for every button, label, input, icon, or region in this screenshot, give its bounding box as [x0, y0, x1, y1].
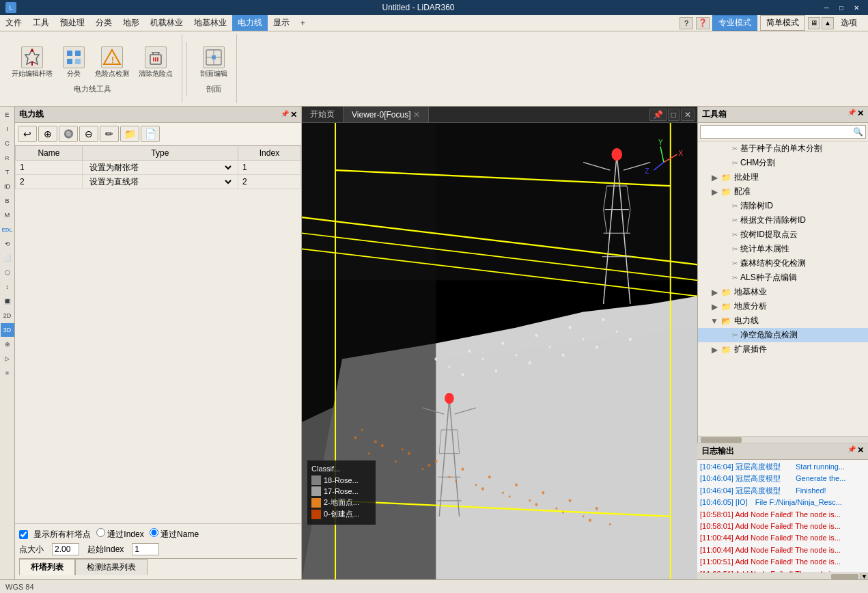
left-icon-play[interactable]: ▷: [1, 352, 14, 366]
expert-mode-button[interactable]: 专业模式: [712, 15, 757, 31]
tab-viewer-focus[interactable]: Viewer-0[Focus] ✕: [344, 107, 429, 122]
left-icon-edl[interactable]: EDL: [1, 223, 14, 236]
left-icon-plus-circle[interactable]: ⊕: [1, 337, 14, 351]
left-icon-3d[interactable]: 3D: [1, 323, 14, 337]
tab-tower-list[interactable]: 杆塔列表: [19, 559, 75, 575]
close-button[interactable]: ✕: [850, 3, 863, 12]
left-icon-t[interactable]: T: [1, 165, 14, 179]
filter-by-index-radio[interactable]: [96, 528, 105, 537]
tree-item-tls[interactable]: ▶ 📁 地基林业: [698, 285, 868, 299]
tree-item-single-tree-seg[interactable]: ✂ 基于种子点的单木分割: [698, 141, 868, 156]
filter-by-name-radio[interactable]: [150, 528, 158, 537]
left-icon-e[interactable]: E: [1, 108, 14, 122]
toolbox-search-input[interactable]: [700, 125, 866, 139]
tree-item-als-edit[interactable]: ✂ ALS种子点编辑: [698, 271, 868, 285]
left-icon-b[interactable]: B: [1, 194, 14, 208]
left-icon-hex[interactable]: ⬡: [1, 266, 14, 279]
panel-btn-add[interactable]: ⊕: [38, 126, 57, 142]
menu-options[interactable]: 选项: [835, 16, 863, 30]
panel-btn-folder[interactable]: 📁: [120, 126, 139, 142]
left-icon-id[interactable]: ID: [1, 180, 14, 193]
tree-item-registration[interactable]: ▶ 📁 配准: [698, 184, 868, 199]
panel-btn-select[interactable]: 🔘: [59, 126, 78, 142]
tree-item-batch[interactable]: ▶ 📁 批处理: [698, 170, 868, 184]
menu-file[interactable]: 文件: [0, 15, 27, 31]
menu-tools[interactable]: 工具: [27, 15, 55, 31]
tree-item-geology[interactable]: ▶ 📁 地质分析: [698, 299, 868, 314]
maximize-button[interactable]: □: [835, 3, 848, 12]
left-icon-menu[interactable]: ≡: [1, 366, 14, 380]
row2-type[interactable]: 设置为直线塔 设置为耐张塔: [82, 175, 238, 189]
left-icon-r[interactable]: R: [1, 151, 14, 165]
viewer-close-button[interactable]: ✕: [681, 109, 695, 121]
show-all-checkbox[interactable]: [19, 530, 28, 539]
viewer-maximize-button[interactable]: □: [668, 109, 680, 121]
log-scrollbar-thumb[interactable]: [831, 574, 858, 579]
tree-label: 配准: [734, 186, 751, 197]
panel-btn-file[interactable]: 📄: [141, 126, 160, 142]
viewer-tab-close[interactable]: ✕: [413, 110, 420, 120]
left-icon-c[interactable]: C: [1, 137, 14, 150]
power-panel-bottom: 显示所有杆塔点 通过Index 通过Name 点大小: [15, 523, 301, 579]
menu-tls[interactable]: 地基林业: [188, 15, 232, 31]
tree-item-powerline-folder[interactable]: ▼ 📂 电力线: [698, 314, 868, 328]
power-panel-close[interactable]: ✕: [290, 110, 297, 120]
tree-item-clear-tree-id[interactable]: ✂ 清除树ID: [698, 199, 868, 213]
menu-preprocess[interactable]: 预处理: [55, 15, 90, 31]
toolbar-icon-2[interactable]: ▲: [822, 17, 834, 29]
menu-powerline[interactable]: 电力线: [232, 15, 268, 31]
tree-item-plugins[interactable]: ▶ 📁 扩展插件: [698, 342, 868, 357]
clear-danger-button[interactable]: 清除危险点: [135, 43, 176, 81]
toolbar-icon-question[interactable]: ❓: [696, 17, 710, 29]
tree-scissors-icon: ✂: [732, 245, 738, 253]
power-panel-float[interactable]: 📌: [281, 110, 289, 120]
left-icon-box[interactable]: ⬜: [1, 251, 14, 265]
legend-item-3: 2-地面点...: [311, 497, 372, 508]
menu-display[interactable]: 显示: [268, 15, 295, 31]
viewer-canvas[interactable]: X Y Z Classif... 18-Rose... 17-Rose...: [302, 123, 697, 579]
simple-mode-button[interactable]: 简单模式: [760, 15, 805, 31]
tree-item-extract-by-id[interactable]: ✂ 按树ID提取点云: [698, 227, 868, 242]
row1-type-select[interactable]: 设置为耐张塔 设置为直线塔: [87, 162, 234, 173]
start-edit-tower-button[interactable]: 开始编辑杆塔: [8, 43, 56, 81]
classify-button[interactable]: 分类: [59, 43, 89, 81]
panel-btn-edit[interactable]: ✏: [100, 126, 119, 142]
toolbar-icon-1[interactable]: 🖥: [808, 17, 820, 29]
menu-classify[interactable]: 分类: [90, 15, 117, 31]
svg-point-99: [562, 353, 565, 357]
row2-type-select[interactable]: 设置为直线塔 设置为耐张塔: [87, 176, 234, 187]
log-close-button[interactable]: ✕: [857, 445, 864, 457]
toolbox-scrollbar[interactable]: [698, 436, 868, 443]
tree-item-clear-tree-id-by-file[interactable]: ✂ 根据文件清除树ID: [698, 213, 868, 227]
menu-als[interactable]: 机载林业: [145, 15, 188, 31]
menu-terrain[interactable]: 地形: [117, 15, 145, 31]
tree-item-chm[interactable]: ✂ CHM分割: [698, 156, 868, 170]
toolbox-scrollbar-thumb[interactable]: [701, 437, 742, 443]
tab-start-page[interactable]: 开始页: [302, 107, 344, 122]
tree-item-forest-change[interactable]: ✂ 森林结构变化检测: [698, 256, 868, 271]
tree-item-danger-detect[interactable]: ✂ 净空危险点检测: [698, 328, 868, 342]
danger-detect-button[interactable]: ! 危险点检测: [92, 43, 132, 81]
left-icon-grid[interactable]: 🔳: [1, 294, 14, 308]
log-scrollbar[interactable]: ▼: [697, 573, 868, 579]
toolbox-close-button[interactable]: ✕: [857, 109, 864, 120]
menu-plus[interactable]: +: [295, 15, 311, 31]
viewer-pin-button[interactable]: 📌: [649, 109, 667, 121]
left-icon-2d[interactable]: 2D: [1, 309, 14, 322]
log-scroll-down[interactable]: ▼: [860, 573, 868, 580]
left-icon-rotate[interactable]: ⟲: [1, 237, 14, 251]
minimize-button[interactable]: ─: [820, 3, 832, 12]
profile-edit-button[interactable]: 剖面编辑: [197, 43, 231, 81]
panel-btn-back[interactable]: ↩: [18, 126, 37, 142]
point-size-input[interactable]: [52, 543, 79, 555]
tree-item-stats[interactable]: ✂ 统计单木属性: [698, 242, 868, 256]
toolbox-float-button[interactable]: 📌: [848, 109, 856, 120]
left-icon-i[interactable]: I: [1, 122, 14, 136]
tab-detect-results[interactable]: 检测结果列表: [75, 559, 148, 575]
left-icon-m[interactable]: M: [1, 208, 14, 222]
left-icon-updown[interactable]: ↕: [1, 280, 14, 294]
log-float-button[interactable]: 📌: [848, 445, 856, 457]
row1-type[interactable]: 设置为耐张塔 设置为直线塔: [82, 161, 238, 175]
panel-btn-remove[interactable]: ⊖: [79, 126, 98, 142]
start-index-input[interactable]: [132, 543, 159, 555]
